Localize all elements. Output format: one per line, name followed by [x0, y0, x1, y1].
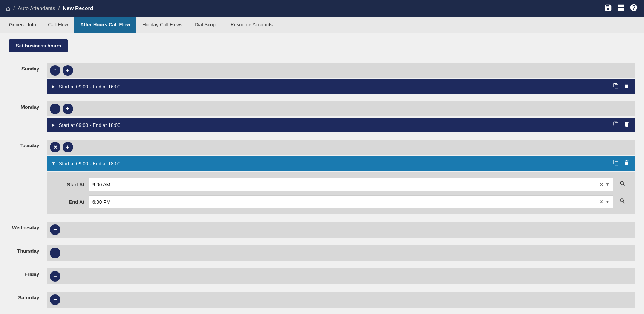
save-button[interactable] [604, 3, 612, 14]
sunday-row: Sunday ↑ + ► Start at 09:00 - End at 16:… [9, 60, 635, 97]
wednesday-row: Wednesday + [9, 219, 635, 241]
sunday-up-button[interactable]: ↑ [50, 65, 60, 76]
tuesday-start-at-label: Start At [54, 182, 84, 187]
tuesday-row: Tuesday ✕ + ▼ Start at 09:00 - End at 18… [9, 137, 635, 217]
tuesday-end-at-row: End At ✕ ▼ [54, 195, 627, 208]
tuesday-end-clear-button[interactable]: ✕ [599, 199, 604, 205]
thursday-content: + [47, 245, 635, 261]
monday-row-actions [612, 120, 630, 130]
thursday-add-button[interactable]: + [50, 248, 60, 258]
sunday-copy-button[interactable] [612, 82, 620, 91]
tuesday-start-at-input-wrap: ✕ ▼ [89, 178, 613, 191]
sunday-controls: ↑ + [47, 63, 635, 78]
saturday-content: + [47, 292, 635, 308]
friday-content: + [47, 268, 635, 284]
thursday-empty-row: + [47, 245, 635, 261]
tabs-bar: General Info Call Flow After Hours Call … [0, 17, 644, 33]
tuesday-label: Tuesday [9, 140, 47, 148]
thursday-row: Thursday + [9, 242, 635, 264]
monday-up-button[interactable]: ↑ [50, 104, 60, 114]
sunday-time-range-label: Start at 09:00 - End at 16:00 [59, 84, 612, 90]
tuesday-end-chevron-button[interactable]: ▼ [605, 199, 610, 204]
tuesday-start-search-button[interactable] [618, 180, 627, 189]
friday-add-button[interactable]: + [50, 271, 60, 282]
tuesday-close-button[interactable]: ✕ [50, 142, 60, 152]
monday-controls: ↑ + [47, 101, 635, 116]
monday-add-button[interactable]: + [63, 104, 73, 114]
tab-resource-accounts[interactable]: Resource Accounts [224, 17, 279, 33]
tuesday-end-at-input-wrap: ✕ ▼ [89, 195, 613, 208]
friday-empty-row: + [47, 268, 635, 284]
thursday-label: Thursday [9, 245, 47, 254]
saturday-empty-row: + [47, 292, 635, 308]
tuesday-end-at-input[interactable] [92, 199, 598, 205]
monday-label: Monday [9, 101, 47, 110]
sunday-label: Sunday [9, 63, 47, 72]
wednesday-add-button[interactable]: + [50, 224, 60, 235]
monday-time-range-label: Start at 09:00 - End at 18:00 [59, 122, 612, 128]
saturday-row: Saturday + [9, 289, 635, 311]
monday-delete-button[interactable] [623, 120, 630, 130]
tuesday-controls: ✕ + [47, 140, 635, 155]
set-business-hours-button[interactable]: Set business hours [9, 39, 68, 52]
breadcrumb-sep-1: / [13, 5, 15, 12]
grid-view-button[interactable] [617, 3, 625, 14]
tab-dial-scope[interactable]: Dial Scope [189, 17, 224, 33]
friday-row: Friday + [9, 265, 635, 287]
sunday-chevron-icon: ► [51, 84, 56, 89]
wednesday-empty-row: + [47, 222, 635, 238]
tuesday-copy-button[interactable] [612, 159, 620, 168]
monday-content: ↑ + ► Start at 09:00 - End at 18:00 [47, 101, 635, 132]
wednesday-content: + [47, 222, 635, 238]
tuesday-delete-button[interactable] [623, 159, 630, 168]
tuesday-end-at-label: End At [54, 199, 84, 205]
monday-copy-button[interactable] [612, 120, 620, 130]
tuesday-start-clear-button[interactable]: ✕ [599, 181, 604, 187]
wednesday-label: Wednesday [9, 222, 47, 230]
breadcrumb-sep-2: / [58, 5, 60, 12]
monday-row: Monday ↑ + ► Start at 09:00 - End at 18:… [9, 98, 635, 135]
help-button[interactable] [630, 3, 638, 14]
tuesday-row-actions [612, 159, 630, 168]
tab-general-info[interactable]: General Info [3, 17, 42, 33]
days-container: Sunday ↑ + ► Start at 09:00 - End at 16:… [9, 60, 635, 312]
tuesday-content: ✕ + ▼ Start at 09:00 - End at 18:00 [47, 140, 635, 214]
tuesday-chevron-icon: ▼ [51, 161, 56, 166]
tuesday-start-at-row: Start At ✕ ▼ [54, 178, 627, 191]
friday-label: Friday [9, 268, 47, 277]
main-content: Set business hours Sunday ↑ + ► Start at… [0, 33, 644, 314]
tuesday-time-range-label: Start at 09:00 - End at 18:00 [59, 161, 612, 166]
tuesday-start-at-input[interactable] [92, 182, 598, 187]
sunday-content: ↑ + ► Start at 09:00 - End at 16:00 [47, 63, 635, 94]
header-actions [604, 3, 638, 14]
sunday-delete-button[interactable] [623, 82, 630, 91]
tuesday-add-button[interactable]: + [63, 142, 73, 152]
sunday-row-actions [612, 82, 630, 91]
tuesday-time-form: Start At ✕ ▼ End At [47, 172, 635, 214]
tuesday-start-chevron-button[interactable]: ▼ [605, 182, 610, 187]
monday-time-range-row[interactable]: ► Start at 09:00 - End at 18:00 [47, 118, 635, 132]
monday-chevron-icon: ► [51, 122, 56, 128]
tab-after-hours-call-flow[interactable]: After Hours Call Flow [74, 17, 136, 33]
tab-call-flow[interactable]: Call Flow [42, 17, 74, 33]
home-icon[interactable]: ⌂ [6, 5, 10, 12]
tab-holiday-call-flows[interactable]: Holiday Call Flows [136, 17, 189, 33]
saturday-label: Saturday [9, 292, 47, 300]
tuesday-end-search-button[interactable] [618, 198, 627, 206]
tuesday-time-range-row[interactable]: ▼ Start at 09:00 - End at 18:00 [47, 156, 635, 171]
breadcrumb-auto-attendants[interactable]: Auto Attendants [18, 5, 55, 11]
sunday-add-button[interactable]: + [63, 65, 73, 76]
sunday-time-range-row[interactable]: ► Start at 09:00 - End at 16:00 [47, 79, 635, 94]
breadcrumb-new-record: New Record [63, 5, 94, 11]
saturday-add-button[interactable]: + [50, 294, 60, 305]
